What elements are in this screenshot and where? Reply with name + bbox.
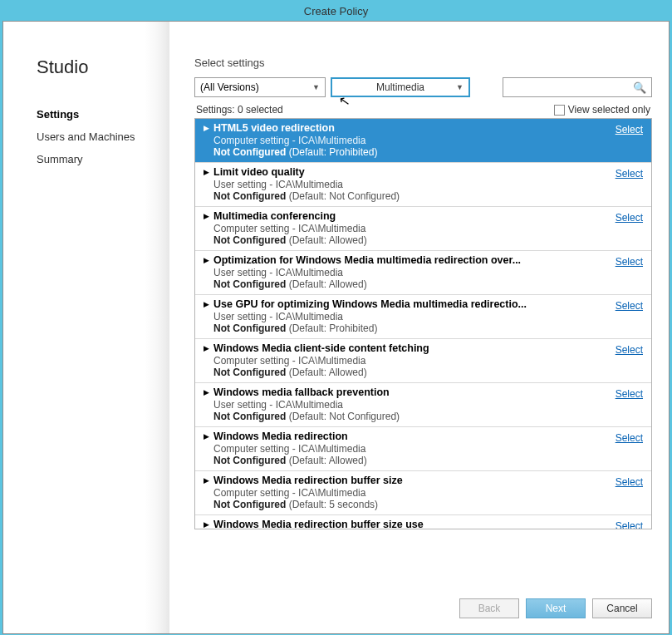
search-input-wrapper[interactable]: 🔍 [503, 77, 652, 97]
expand-arrow-icon[interactable]: ▶ [204, 256, 209, 264]
setting-scope: Computer setting - ICA\Multimedia [213, 355, 643, 367]
select-link[interactable]: Select [616, 256, 643, 268]
section-title: Select settings [194, 57, 652, 69]
search-icon[interactable]: 🔍 [633, 81, 646, 94]
view-selected-only-label: View selected only [568, 104, 650, 116]
setting-status: Not Configured (Default: Not Configured) [213, 411, 643, 422]
window-title: Create Policy [2, 2, 670, 21]
setting-title: HTML5 video redirection [213, 122, 643, 134]
setting-row[interactable]: ▶SelectWindows Media redirectionComputer… [195, 427, 651, 471]
setting-status: Not Configured (Default: Allowed) [213, 367, 643, 378]
version-dropdown[interactable]: (All Versions) ▼ [194, 77, 326, 97]
setting-scope: User setting - ICA\Multimedia [213, 399, 643, 411]
setting-title: Windows Media client-side content fetchi… [213, 342, 643, 354]
setting-row[interactable]: ▶SelectWindows Media redirection buffer … [195, 471, 651, 515]
sidebar-item-settings[interactable]: Settings [37, 103, 169, 126]
search-input[interactable] [508, 81, 633, 93]
setting-row[interactable]: ▶SelectLimit video qualityUser setting -… [195, 163, 651, 207]
setting-row[interactable]: ▶SelectWindows media fallback prevention… [195, 383, 651, 427]
setting-scope: Computer setting - ICA\Multimedia [213, 135, 643, 146]
expand-arrow-icon[interactable]: ▶ [204, 344, 209, 352]
category-dropdown[interactable]: Multimedia ▼ [331, 77, 470, 97]
setting-row[interactable]: ▶SelectHTML5 video redirectionComputer s… [195, 119, 651, 163]
setting-title: Windows media fallback prevention [213, 386, 643, 398]
expand-arrow-icon[interactable]: ▶ [204, 212, 209, 220]
expand-arrow-icon[interactable]: ▶ [204, 432, 209, 441]
setting-scope: User setting - ICA\Multimedia [213, 311, 643, 322]
setting-row[interactable]: ▶SelectMultimedia conferencingComputer s… [195, 207, 651, 251]
select-link[interactable]: Select [616, 476, 643, 488]
setting-status: Not Configured (Default: Allowed) [213, 455, 643, 466]
select-link[interactable]: Select [616, 388, 643, 400]
app-heading: Studio [37, 57, 169, 78]
category-dropdown-label: Multimedia [376, 81, 424, 93]
expand-arrow-icon[interactable]: ▶ [204, 388, 209, 396]
setting-title: Limit video quality [213, 166, 643, 178]
select-link[interactable]: Select [616, 168, 643, 180]
select-link[interactable]: Select [616, 124, 643, 135]
setting-title: Windows Media redirection [213, 431, 643, 442]
sidebar-item-summary[interactable]: Summary [37, 148, 169, 170]
settings-count: Settings: 0 selected [196, 104, 283, 116]
setting-title: Windows Media redirection buffer size us… [213, 519, 643, 529]
chevron-down-icon: ▼ [456, 83, 464, 91]
select-link[interactable]: Select [616, 432, 643, 444]
select-link[interactable]: Select [616, 212, 643, 224]
setting-scope: User setting - ICA\Multimedia [213, 267, 643, 278]
version-dropdown-label: (All Versions) [200, 81, 259, 93]
setting-status: Not Configured (Default: 5 seconds) [213, 499, 643, 510]
chevron-down-icon: ▼ [312, 83, 320, 91]
setting-title: Use GPU for optimizing Windows Media mul… [213, 298, 643, 310]
setting-title: Optimization for Windows Media multimedi… [213, 254, 643, 266]
select-link[interactable]: Select [616, 344, 643, 356]
expand-arrow-icon[interactable]: ▶ [204, 300, 209, 308]
setting-title: Windows Media redirection buffer size [213, 475, 643, 486]
expand-arrow-icon[interactable]: ▶ [204, 168, 209, 176]
wizard-sidebar: Studio SettingsUsers and MachinesSummary [3, 22, 169, 633]
next-button[interactable]: Next [526, 598, 586, 618]
expand-arrow-icon[interactable]: ▶ [204, 476, 209, 485]
setting-row[interactable]: ▶SelectWindows Media redirection buffer … [195, 515, 651, 529]
expand-arrow-icon[interactable]: ▶ [204, 520, 209, 529]
settings-list[interactable]: ▶SelectHTML5 video redirectionComputer s… [194, 118, 652, 529]
setting-scope: Computer setting - ICA\Multimedia [213, 443, 643, 455]
setting-title: Multimedia conferencing [213, 210, 643, 222]
select-link[interactable]: Select [616, 300, 643, 312]
setting-scope: Computer setting - ICA\Multimedia [213, 487, 643, 499]
main-panel: ↖ Select settings (All Versions) ▼ Multi… [169, 22, 669, 633]
expand-arrow-icon[interactable]: ▶ [204, 124, 209, 132]
sidebar-item-users-and-machines[interactable]: Users and Machines [37, 126, 169, 148]
view-selected-only-checkbox[interactable]: View selected only [554, 104, 650, 116]
setting-row[interactable]: ▶SelectOptimization for Windows Media mu… [195, 251, 651, 295]
setting-scope: User setting - ICA\Multimedia [213, 179, 643, 190]
setting-row[interactable]: ▶SelectWindows Media client-side content… [195, 339, 651, 383]
select-link[interactable]: Select [616, 520, 643, 529]
setting-status: Not Configured (Default: Prohibited) [213, 322, 643, 334]
setting-status: Not Configured (Default: Not Configured) [213, 190, 643, 202]
setting-row[interactable]: ▶SelectUse GPU for optimizing Windows Me… [195, 295, 651, 339]
cancel-button[interactable]: Cancel [592, 598, 652, 618]
back-button: Back [459, 598, 519, 618]
checkbox-box-icon [554, 105, 565, 116]
setting-status: Not Configured (Default: Allowed) [213, 234, 643, 246]
setting-status: Not Configured (Default: Allowed) [213, 278, 643, 290]
setting-status: Not Configured (Default: Prohibited) [213, 146, 643, 158]
setting-scope: Computer setting - ICA\Multimedia [213, 223, 643, 234]
